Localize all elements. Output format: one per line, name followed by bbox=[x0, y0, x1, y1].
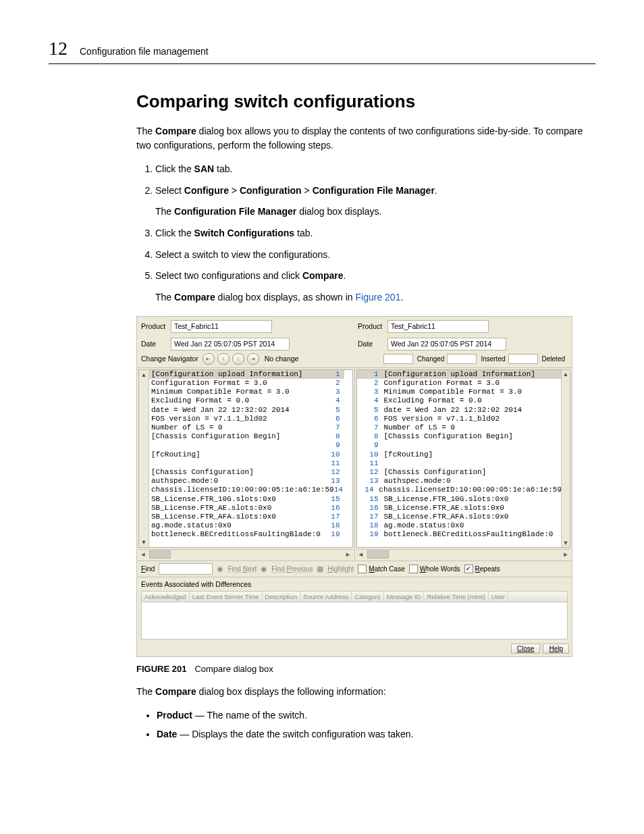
product-field-right[interactable]: Test_Fabric11 bbox=[387, 320, 489, 333]
change-navigator-label: Change Navigator bbox=[141, 355, 198, 363]
code-line: 7Number of LS = 0 bbox=[357, 423, 562, 432]
code-line: 3Minimum Compatible Format = 3.0 bbox=[357, 388, 562, 396]
events-column-header[interactable]: Category bbox=[352, 592, 384, 602]
left-vscroll[interactable]: ▲▼ bbox=[139, 370, 149, 547]
product-label-left: Product bbox=[141, 322, 165, 330]
product-field-left[interactable]: Test_Fabric11 bbox=[171, 320, 272, 333]
code-line: 2Configuration Format = 3.0 bbox=[357, 379, 562, 388]
date-field-left[interactable]: Wed Jan 22 05:07:05 PST 2014 bbox=[171, 338, 290, 350]
events-column-header[interactable]: Description bbox=[263, 592, 301, 602]
code-line: 12[Chassis Configuration] bbox=[357, 468, 562, 477]
code-line: 13authspec.mode:0 bbox=[357, 477, 562, 486]
compare-dialog: Product Test_Fabric11 Product Test_Fabri… bbox=[136, 316, 572, 657]
match-case-checkbox[interactable]: Match Case bbox=[358, 565, 404, 573]
help-button[interactable]: Help bbox=[543, 644, 569, 654]
page-running-title: Configuration file management bbox=[80, 46, 209, 57]
code-line: 16SB_License.FTR_AE.slots:0x0 bbox=[357, 504, 562, 513]
step-1: Click the SAN tab. bbox=[155, 162, 595, 177]
code-line: 9 bbox=[149, 441, 344, 450]
step-2-sub: The Configuration File Manager dialog bo… bbox=[155, 205, 595, 219]
code-line: chassis.licenseID:10:00:00:05:1e:a6:1e:5… bbox=[149, 486, 344, 494]
events-column-header[interactable]: Last Event Server Time bbox=[190, 592, 263, 602]
section-title: Comparing switch configurations bbox=[136, 91, 595, 112]
code-line: 9 bbox=[357, 441, 562, 450]
events-table: AcknowledgedLast Event Server TimeDescri… bbox=[141, 591, 568, 640]
nav-down-button[interactable]: ↓ bbox=[232, 353, 244, 365]
legend-inserted: Inserted bbox=[481, 355, 505, 363]
step-5: Select two configurations and click Comp… bbox=[155, 269, 595, 305]
find-label: Find bbox=[141, 565, 155, 573]
code-line: [Chassis Configuration Begin]8 bbox=[149, 432, 344, 441]
events-column-header[interactable]: User bbox=[489, 592, 508, 602]
code-line: 4Excluding Format = 0.0 bbox=[357, 396, 562, 405]
right-vscroll[interactable]: ▲▼ bbox=[561, 370, 570, 547]
code-line: FOS version = v7.1.1_bld026 bbox=[149, 415, 344, 423]
events-column-header[interactable]: Source Address bbox=[300, 592, 352, 602]
find-previous-link[interactable]: Find Previous bbox=[271, 565, 313, 573]
right-hscroll[interactable]: ◄► bbox=[356, 549, 571, 559]
whole-words-checkbox[interactable]: Whole Words bbox=[409, 565, 460, 573]
highlight-link[interactable]: Highlight bbox=[327, 565, 354, 573]
nav-up-button[interactable]: ↑ bbox=[217, 353, 230, 365]
left-code-pane: ▲▼ [Configuration upload Information]1Co… bbox=[137, 368, 354, 561]
inserted-swatch bbox=[447, 354, 477, 364]
code-line: 11 bbox=[357, 459, 562, 468]
code-line: ag.mode.status:0x018 bbox=[149, 521, 344, 530]
code-line: 17SB_License.FTR_AFA.slots:0x0 bbox=[357, 513, 562, 521]
code-line: 19bottleneck.BECreditLossFaultingBlade:0 bbox=[357, 530, 562, 539]
running-header: 12 Configuration file management bbox=[49, 38, 595, 64]
code-line: 11 bbox=[149, 459, 344, 468]
code-line: Number of LS = 07 bbox=[149, 423, 344, 432]
events-header: Events Associated with Differences bbox=[137, 577, 572, 590]
code-line: SB_License.FTR_10G.slots:0x015 bbox=[149, 495, 344, 504]
deleted-swatch bbox=[508, 354, 538, 364]
intro-paragraph: The Compare dialog box allows you to dis… bbox=[136, 124, 595, 153]
code-line: 18ag.mode.status:0x0 bbox=[357, 521, 562, 530]
code-line: 15SB_License.FTR_10G.slots:0x0 bbox=[357, 495, 562, 504]
changed-swatch bbox=[383, 354, 413, 364]
code-line: Excluding Format = 0.04 bbox=[149, 396, 344, 405]
nav-first-button[interactable]: ⇤ bbox=[203, 353, 215, 365]
find-next-link[interactable]: Find Next bbox=[227, 565, 257, 573]
code-line: SB_License.FTR_AE.slots:0x016 bbox=[149, 504, 344, 513]
code-line: 10[fcRouting] bbox=[357, 450, 562, 459]
events-column-header[interactable]: Relative Time (mins) bbox=[424, 592, 489, 602]
code-line: Minimum Compatible Format = 3.03 bbox=[149, 388, 344, 396]
code-line: authspec.mode:013 bbox=[149, 477, 344, 486]
date-field-right[interactable]: Wed Jan 22 05:07:05 PST 2014 bbox=[387, 338, 506, 350]
code-line: 14chassis.licenseID:10:00:00:05:1e:a6:1e… bbox=[357, 486, 562, 494]
no-change-label: No change bbox=[265, 355, 299, 363]
code-line: SB_License.FTR_AFA.slots:0x017 bbox=[149, 513, 344, 521]
code-line: 1[Configuration upload Information] bbox=[357, 370, 562, 379]
events-column-header[interactable]: Message ID bbox=[384, 592, 425, 602]
info-bullets: Product — The name of the switch. Date —… bbox=[136, 708, 595, 741]
step-5-sub: The Compare dialog box displays, as show… bbox=[155, 290, 595, 305]
date-label-right: Date bbox=[358, 340, 382, 348]
find-input[interactable] bbox=[159, 563, 213, 575]
close-button[interactable]: Close bbox=[511, 644, 541, 654]
events-column-header[interactable]: Acknowledged bbox=[142, 592, 190, 602]
right-code-pane: 1[Configuration upload Information]2Conf… bbox=[354, 368, 572, 561]
step-3: Click the Switch Configurations tab. bbox=[155, 226, 595, 241]
step-2: Select Configure > Configuration > Confi… bbox=[155, 184, 595, 219]
figure-caption: FIGURE 201Compare dialog box bbox=[136, 664, 595, 674]
date-label-left: Date bbox=[141, 340, 165, 348]
nav-last-button[interactable]: ⇥ bbox=[247, 353, 259, 365]
code-line: Configuration Format = 3.02 bbox=[149, 379, 344, 388]
product-label-right: Product bbox=[358, 322, 382, 330]
page-number: 12 bbox=[49, 38, 68, 59]
post-figure-paragraph: The Compare dialog box displays the foll… bbox=[136, 685, 595, 699]
code-line: bottleneck.BECreditLossFaultingBlade:019 bbox=[149, 530, 344, 539]
left-hscroll[interactable]: ◄► bbox=[138, 549, 353, 559]
step-4: Select a switch to view the configuratio… bbox=[155, 248, 595, 263]
code-line: 8[Chassis Configuration Begin] bbox=[357, 432, 562, 441]
repeats-checkbox[interactable]: ✓Repeats bbox=[464, 565, 500, 573]
figure-link[interactable]: Figure 201 bbox=[356, 292, 401, 303]
figure-201: Product Test_Fabric11 Product Test_Fabri… bbox=[136, 316, 595, 657]
code-line: [Chassis Configuration]12 bbox=[149, 468, 344, 477]
steps-list: Click the SAN tab. Select Configure > Co… bbox=[136, 162, 595, 305]
legend-changed: Changed bbox=[417, 355, 445, 363]
code-line: 6FOS version = v7.1.1_bld02 bbox=[357, 415, 562, 423]
legend-deleted: Deleted bbox=[542, 355, 565, 363]
code-line: 5date = Wed Jan 22 12:32:02 2014 bbox=[357, 406, 562, 415]
